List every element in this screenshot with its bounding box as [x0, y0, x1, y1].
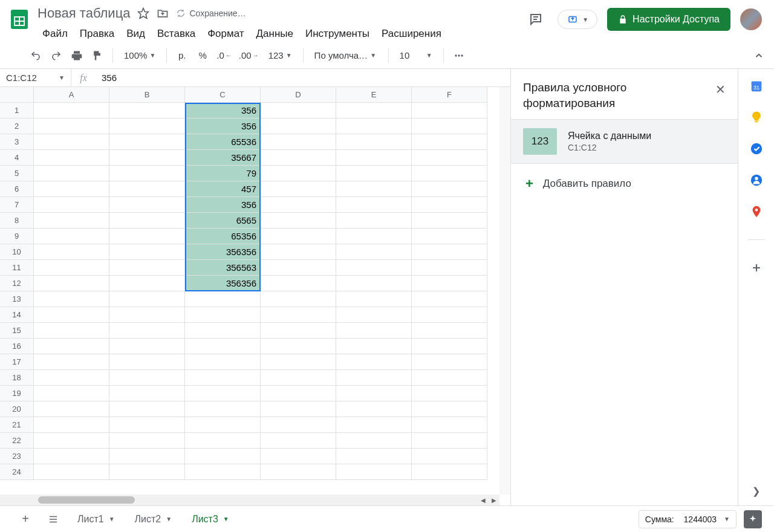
sheets-logo[interactable] [7, 7, 31, 31]
spreadsheet-grid[interactable]: ABCDEF1356235636553643566757964577356865… [0, 87, 510, 480]
column-header[interactable]: C [185, 87, 261, 103]
font-size-select[interactable]: 10▼ [395, 50, 437, 60]
cell[interactable]: 35667 [185, 150, 261, 166]
cell[interactable] [261, 181, 336, 197]
star-icon[interactable] [137, 7, 149, 19]
cell[interactable] [261, 291, 336, 307]
cell[interactable] [109, 354, 185, 370]
cell[interactable] [261, 103, 336, 118]
cell[interactable] [185, 386, 261, 401]
row-header[interactable]: 10 [0, 244, 34, 260]
cell[interactable] [412, 464, 487, 480]
cell[interactable]: 356 [185, 103, 261, 118]
menu-вид[interactable]: Вид [122, 25, 150, 42]
cell[interactable] [109, 197, 185, 213]
name-box[interactable]: C1:C12▼ [0, 69, 71, 86]
cell[interactable] [412, 291, 487, 307]
cell[interactable] [34, 244, 109, 260]
cell[interactable] [109, 291, 185, 307]
cell[interactable] [412, 386, 487, 401]
cell[interactable] [261, 449, 336, 464]
cell[interactable] [412, 401, 487, 417]
cell[interactable] [336, 449, 412, 464]
row-header[interactable]: 19 [0, 386, 34, 401]
row-header[interactable]: 8 [0, 213, 34, 229]
keep-icon[interactable] [749, 110, 764, 125]
cell[interactable] [109, 213, 185, 229]
format-rule-item[interactable]: 123 Ячейка с данными C1:C12 [511, 119, 738, 164]
font-select[interactable]: По умолча…▼ [310, 50, 382, 60]
cell[interactable] [336, 339, 412, 354]
comment-history-icon[interactable] [524, 7, 548, 31]
cell[interactable]: 6565 [185, 213, 261, 229]
decrease-decimal-button[interactable]: .0← [214, 47, 234, 65]
cell[interactable] [412, 370, 487, 386]
cell[interactable] [109, 386, 185, 401]
cell[interactable] [185, 291, 261, 307]
cell[interactable] [336, 433, 412, 449]
column-header[interactable]: E [336, 87, 412, 103]
row-header[interactable]: 7 [0, 197, 34, 213]
cell[interactable] [109, 276, 185, 291]
row-header[interactable]: 2 [0, 118, 34, 134]
cell[interactable] [34, 339, 109, 354]
cell[interactable] [336, 417, 412, 433]
cell[interactable] [34, 449, 109, 464]
undo-icon[interactable] [27, 47, 45, 65]
scroll-right-icon[interactable]: ▶ [489, 495, 499, 505]
cell[interactable] [34, 103, 109, 118]
cell[interactable] [34, 260, 109, 276]
cell[interactable] [412, 449, 487, 464]
cell[interactable] [261, 417, 336, 433]
redo-icon[interactable] [47, 47, 65, 65]
cell[interactable] [109, 260, 185, 276]
cell[interactable] [336, 323, 412, 339]
cell[interactable] [412, 260, 487, 276]
cell[interactable] [109, 166, 185, 181]
number-format-select[interactable]: 123▼ [264, 50, 297, 60]
cell[interactable] [34, 197, 109, 213]
cell[interactable] [109, 417, 185, 433]
row-header[interactable]: 18 [0, 370, 34, 386]
sheet-tab[interactable]: Лист3▼ [182, 506, 239, 533]
vertical-scrollbar[interactable] [499, 87, 510, 495]
paint-format-icon[interactable] [88, 47, 106, 65]
cell[interactable] [412, 181, 487, 197]
cell[interactable] [412, 150, 487, 166]
cell[interactable]: 457 [185, 181, 261, 197]
add-rule-button[interactable]: + Добавить правило [511, 164, 738, 204]
cell[interactable] [185, 464, 261, 480]
cell[interactable] [336, 370, 412, 386]
horizontal-scrollbar[interactable]: ◀ ▶ [0, 495, 499, 505]
sheet-tab[interactable]: Лист1▼ [68, 506, 125, 533]
cell[interactable]: 79 [185, 166, 261, 181]
cell[interactable] [336, 401, 412, 417]
menu-вставка[interactable]: Вставка [152, 25, 200, 42]
cell[interactable] [336, 244, 412, 260]
cell[interactable] [34, 433, 109, 449]
cell[interactable] [261, 339, 336, 354]
column-header[interactable]: F [412, 87, 487, 103]
cell[interactable]: 356356 [185, 276, 261, 291]
cell[interactable] [34, 118, 109, 134]
cell[interactable] [109, 229, 185, 244]
cell[interactable] [109, 118, 185, 134]
row-header[interactable]: 17 [0, 354, 34, 370]
cell[interactable] [412, 118, 487, 134]
row-header[interactable]: 23 [0, 449, 34, 464]
cell[interactable] [412, 166, 487, 181]
cell[interactable] [261, 150, 336, 166]
cell[interactable] [261, 260, 336, 276]
row-header[interactable]: 1 [0, 103, 34, 118]
add-addon-icon[interactable] [749, 261, 764, 275]
menu-правка[interactable]: Правка [75, 25, 119, 42]
collapse-toolbar-icon[interactable] [750, 47, 768, 65]
move-folder-icon[interactable] [157, 7, 169, 19]
cell[interactable] [336, 150, 412, 166]
cell[interactable] [336, 291, 412, 307]
row-header[interactable]: 24 [0, 464, 34, 480]
cell[interactable] [261, 134, 336, 150]
cell[interactable]: 65536 [185, 134, 261, 150]
cell[interactable] [412, 244, 487, 260]
doc-title[interactable]: Новая таблица [37, 5, 130, 21]
